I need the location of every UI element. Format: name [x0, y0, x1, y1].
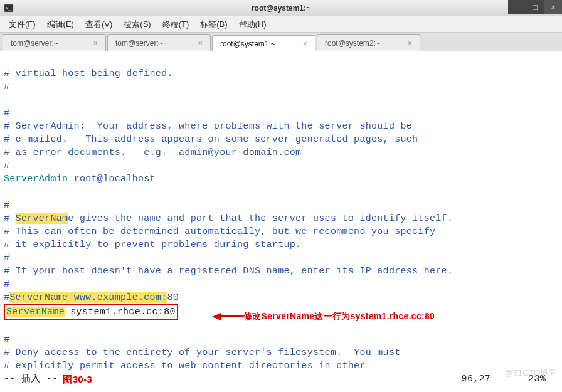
annotation-text: 修改ServerName这一行为system1.rhce.cc:80 — [243, 310, 435, 323]
cursor-position: 96,27 — [462, 373, 491, 386]
menu-view[interactable]: 查看(V) — [80, 17, 117, 32]
svg-text:>_: >_ — [6, 6, 11, 11]
config-line: # — [4, 108, 9, 119]
titlebar: >_ root@system1:~ — □ × — [0, 0, 562, 16]
config-line: # If your host doesn't have a registered… — [4, 266, 453, 277]
tab-root-system1[interactable]: root@system1:~ × — [212, 35, 315, 51]
close-icon[interactable]: × — [93, 38, 98, 48]
tab-label: root@system1:~ — [220, 40, 275, 48]
menu-tabs[interactable]: 标签(B) — [195, 17, 232, 32]
config-line: # as error documents. e.g. admin@your-do… — [4, 147, 301, 158]
config-line: # — [4, 200, 9, 211]
window-controls: — □ × — [507, 0, 562, 16]
config-line: # — [4, 82, 9, 92]
vim-mode: -- 插入 -- — [4, 373, 58, 386]
arrow-shaft — [221, 315, 243, 317]
figure-label: 图30-3 — [63, 373, 92, 386]
config-line: # — [4, 279, 9, 290]
config-line: # — [4, 253, 9, 263]
config-line: #ServerName www.example.com:80 — [4, 292, 179, 303]
config-line: # ServerName gives the name and port tha… — [4, 213, 453, 224]
config-line: # e-mailed. This address appears on some… — [4, 134, 418, 145]
tab-label: tom@server:~ — [11, 39, 58, 48]
minimize-button[interactable]: — — [508, 0, 526, 14]
watermark: @51CTO博客 — [505, 366, 557, 379]
menu-edit[interactable]: 编辑(E) — [42, 17, 79, 32]
maximize-button[interactable]: □ — [526, 0, 544, 14]
config-line: # — [4, 161, 9, 171]
menubar: 文件(F) 编辑(E) 查看(V) 搜索(S) 终端(T) 标签(B) 帮助(H… — [0, 16, 562, 33]
menu-search[interactable]: 搜索(S) — [119, 17, 156, 32]
window-title: root@system1:~ — [252, 4, 310, 13]
directive-name: ServerAdmin — [4, 174, 68, 184]
tabbar: tom@server:~ × tom@server:~ × root@syste… — [0, 33, 562, 51]
search-highlight: ServerNam — [16, 213, 68, 224]
config-line: # — [4, 334, 9, 345]
close-icon[interactable]: × — [198, 38, 203, 48]
config-line: # virtual host being defined. — [4, 68, 173, 79]
tab-label: root@system2:~ — [325, 39, 380, 48]
tab-tom-server-1[interactable]: tom@server:~ × — [3, 34, 106, 51]
close-icon[interactable]: × — [302, 39, 307, 48]
directive-name: ServerName — [6, 307, 65, 317]
search-highlight: ServerName www.example.com: — [9, 292, 167, 303]
close-button[interactable]: × — [544, 0, 562, 14]
close-icon[interactable]: × — [407, 38, 412, 48]
tab-root-system2[interactable]: root@system2:~ × — [317, 34, 420, 51]
menu-help[interactable]: 帮助(H) — [234, 17, 272, 32]
config-line: # ServerAdmin: Your address, where probl… — [4, 121, 412, 132]
tab-label: tom@server:~ — [115, 39, 163, 48]
directive-value: system1.rhce.cc:80 — [65, 307, 176, 317]
config-line: # it explicitly to prevent problems duri… — [4, 240, 301, 250]
edited-line: ServerName system1.rhce.cc:80 — [4, 304, 178, 320]
config-line: # explicitly permit access to web conten… — [4, 361, 366, 371]
vim-status-line: -- 插入 --图30-396,2723% — [4, 373, 558, 386]
terminal-icon: >_ — [4, 3, 14, 13]
tab-tom-server-2[interactable]: tom@server:~ × — [107, 34, 211, 51]
config-line: # This can often be determined automatic… — [4, 226, 435, 237]
menu-file[interactable]: 文件(F) — [4, 17, 41, 32]
annotation-arrow: 修改ServerName这一行为system1.rhce.cc:80 — [212, 310, 435, 323]
arrow-head-icon — [212, 313, 221, 320]
directive-line: ServerAdmin root@localhost — [4, 174, 156, 184]
directive-value: root@localhost — [68, 174, 156, 184]
menu-terminal[interactable]: 终端(T) — [157, 17, 194, 32]
config-line: # Deny access to the entirety of your se… — [4, 347, 401, 358]
terminal-content[interactable]: # virtual host being defined. # # # Serv… — [0, 51, 562, 392]
